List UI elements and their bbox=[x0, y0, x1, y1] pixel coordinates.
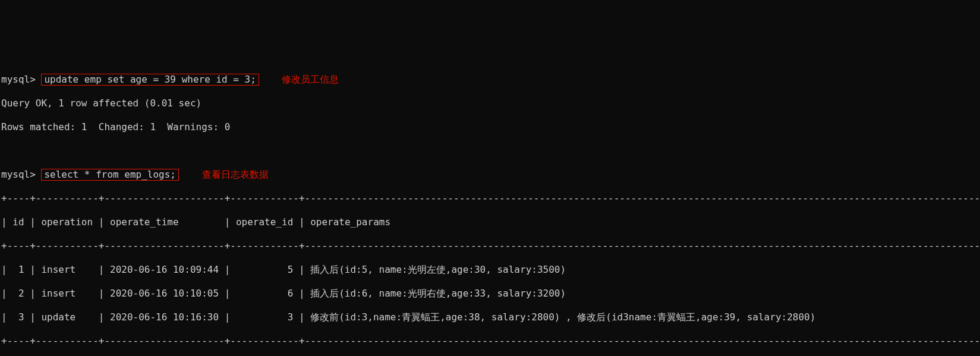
table-separator: +----+-----------+---------------------+… bbox=[1, 335, 980, 347]
annotation-update: 修改员工信息 bbox=[282, 74, 339, 86]
query-result: Query OK, 1 row affected (0.01 sec) bbox=[1, 97, 980, 109]
table-separator: +----+-----------+---------------------+… bbox=[1, 240, 980, 252]
table-row: | 2 | insert | 2020-06-16 10:10:05 | 6 |… bbox=[1, 288, 980, 300]
terminal-output: mysql> update emp set age = 39 where id … bbox=[0, 59, 980, 356]
sql-select-cmd: select * from emp_logs; bbox=[41, 169, 179, 181]
annotation-select: 查看日志表数据 bbox=[202, 169, 269, 181]
table-header: | id | operation | operate_time | operat… bbox=[1, 216, 980, 228]
table-separator: +----+-----------+---------------------+… bbox=[1, 193, 980, 204]
table-row: | 3 | update | 2020-06-16 10:16:30 | 3 |… bbox=[1, 311, 980, 323]
sql-update-cmd: update emp set age = 39 where id = 3; bbox=[41, 74, 259, 86]
mysql-prompt: mysql> bbox=[1, 74, 36, 85]
table-row: | 1 | insert | 2020-06-16 10:09:44 | 5 |… bbox=[1, 264, 980, 276]
query-result: Rows matched: 1 Changed: 1 Warnings: 0 bbox=[1, 121, 980, 133]
mysql-prompt: mysql> bbox=[1, 169, 36, 180]
